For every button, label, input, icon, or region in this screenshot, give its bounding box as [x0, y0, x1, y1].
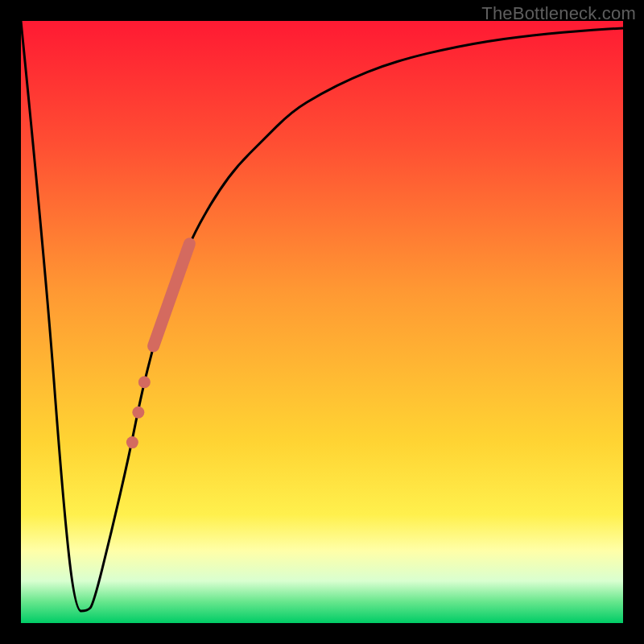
chart-svg — [21, 21, 623, 623]
highlight-dot — [138, 376, 151, 388]
plot-area — [21, 21, 623, 623]
highlight-dot — [126, 436, 138, 448]
chart-frame: TheBottleneck.com — [0, 0, 644, 644]
highlight-dot — [132, 407, 144, 419]
watermark-text: TheBottleneck.com — [481, 3, 636, 24]
